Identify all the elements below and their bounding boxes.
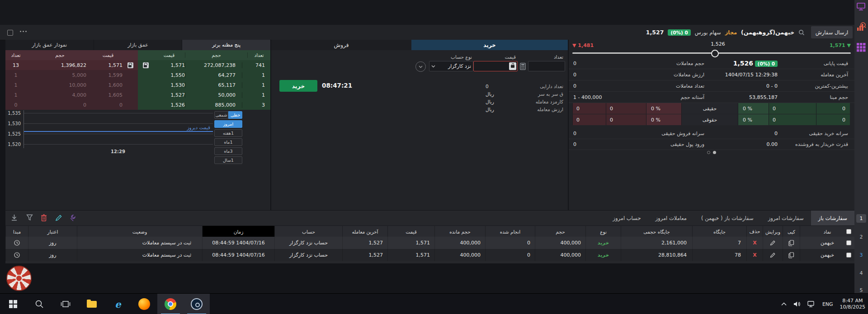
buy-price: 1,527 bbox=[153, 92, 185, 98]
orders-toolbar: سفارشات باز سفارشات امروز سفارشات باز ( … bbox=[5, 211, 854, 225]
filter-icon[interactable] bbox=[26, 214, 33, 221]
queue-position-cell: 7 bbox=[692, 237, 746, 249]
language-indicator[interactable]: ENG bbox=[822, 301, 833, 307]
page-3[interactable]: 3 bbox=[854, 252, 868, 258]
trash-icon[interactable] bbox=[41, 214, 47, 221]
edit-order-button[interactable] bbox=[763, 249, 783, 261]
money-inflow-value: 0 bbox=[569, 141, 645, 147]
expand-order-options-button[interactable] bbox=[415, 61, 426, 72]
range-1year-button[interactable]: 1سال bbox=[214, 156, 242, 164]
row-checkbox[interactable] bbox=[846, 253, 851, 258]
tab-sell[interactable]: فروش bbox=[271, 40, 411, 50]
status-cell: ثبت در سیستم معاملات bbox=[77, 237, 202, 249]
tab-buy[interactable]: خرید bbox=[411, 40, 568, 50]
internet-explorer-icon[interactable]: e bbox=[105, 294, 131, 314]
chrome-icon[interactable] bbox=[157, 294, 184, 314]
right-toolbar-strip: 1 2 3 4 5 bbox=[854, 0, 868, 293]
tab-today-account[interactable]: حساب امروز bbox=[605, 211, 648, 225]
money-inflow-label: ورود پول حقیقی bbox=[645, 141, 704, 147]
speaker-icon[interactable] bbox=[793, 301, 801, 307]
chart-search-icon[interactable] bbox=[856, 22, 866, 33]
delete-order-button[interactable]: X bbox=[746, 237, 763, 249]
task-view-icon[interactable] bbox=[52, 294, 79, 314]
yesterday-price-label: قیمت دیروز bbox=[187, 125, 210, 130]
last-trade-cell: 1,527 bbox=[342, 249, 387, 261]
tab-open-orders[interactable]: سفارشات باز bbox=[811, 211, 854, 225]
buy-price: 1,571 bbox=[153, 62, 185, 68]
page-5[interactable]: 5 bbox=[854, 287, 868, 293]
range-today-button[interactable]: امروز bbox=[214, 120, 242, 128]
done-cell: 0 bbox=[485, 237, 535, 249]
chart-style-candle-button[interactable]: شمعی bbox=[214, 111, 228, 119]
tab-top-five-quotes[interactable]: پنج مظنه برتر bbox=[182, 40, 270, 50]
sell-percapita-value: 0 bbox=[569, 131, 645, 136]
close-change-badge: 0 (0%) bbox=[755, 61, 778, 67]
trade-count-value: 0 bbox=[569, 83, 645, 89]
sell-lock-icon[interactable] bbox=[127, 62, 133, 68]
range-3month-button[interactable]: 3ماه bbox=[214, 147, 242, 155]
buy-lock-icon[interactable] bbox=[143, 62, 149, 68]
orderbook-row[interactable]: 13 1,396,822 1,571 1,571 272,087,238 741 bbox=[5, 60, 270, 70]
order-row[interactable]: روز ثبت در سیستم معاملات 08:44:59 1404/0… bbox=[5, 249, 854, 261]
taskbar-clock[interactable]: 8:47 AM 10/8/2025 bbox=[840, 298, 865, 311]
price-lock-icon[interactable] bbox=[509, 62, 516, 70]
symbol-bar[interactable]: خبهمن(گروهبهمن) مجاز سهام بورس 0 (0%) 1,… bbox=[646, 25, 805, 40]
chart-style-line-button[interactable]: خطی bbox=[228, 111, 242, 119]
start-button[interactable] bbox=[0, 294, 26, 314]
firefox-icon[interactable] bbox=[131, 294, 157, 314]
tab-market-depth[interactable]: عمق بازار bbox=[94, 40, 182, 50]
calculator-icon[interactable] bbox=[520, 63, 526, 70]
page-4[interactable]: 4 bbox=[854, 270, 868, 276]
stats-pager-dots[interactable] bbox=[569, 151, 854, 154]
row-checkbox[interactable] bbox=[846, 240, 851, 245]
page-2[interactable]: 2 bbox=[854, 234, 868, 240]
select-all-checkbox[interactable] bbox=[846, 229, 851, 234]
range-1month-button[interactable]: 1ماه bbox=[214, 138, 242, 146]
orderbook-row[interactable]: 0 0 0 1,526 885,000 3 bbox=[5, 100, 270, 110]
file-explorer-icon[interactable] bbox=[79, 294, 105, 314]
chart-plot-area[interactable]: قیمت دیروز bbox=[24, 110, 213, 148]
tray-chevron-up-icon[interactable] bbox=[781, 302, 787, 306]
sell-tab-label: فروش bbox=[334, 42, 349, 48]
price-cell: 1,571 bbox=[387, 249, 434, 261]
copy-order-button[interactable] bbox=[783, 249, 800, 261]
range-1week-button[interactable]: 1هفته bbox=[214, 129, 242, 137]
sorted-column-header[interactable]: زمان bbox=[202, 226, 274, 237]
tab-open-orders-symbol[interactable]: سفارشات باز ( خبهمن ) bbox=[694, 211, 761, 225]
delete-order-button[interactable]: X bbox=[746, 249, 763, 261]
orderbook-row[interactable]: 1 10,000 1,600 1,530 65,117 1 bbox=[5, 80, 270, 90]
edit-order-button[interactable] bbox=[763, 237, 783, 249]
sell-price: 1,571 bbox=[94, 62, 123, 68]
tab-today-orders[interactable]: سفارشات امروز bbox=[761, 211, 811, 225]
orderbook-row[interactable]: 1 5,000 1,599 1,550 64,277 1 bbox=[5, 70, 270, 80]
taskbar-search-icon[interactable] bbox=[26, 294, 52, 314]
download-icon[interactable] bbox=[11, 214, 18, 221]
grid-icon[interactable] bbox=[856, 42, 866, 52]
search-icon[interactable] bbox=[798, 29, 805, 36]
sell-count: 1 bbox=[5, 92, 26, 98]
price-slider-thumb[interactable] bbox=[711, 50, 719, 57]
last-trade-label: آخرین معامله bbox=[791, 72, 854, 78]
price-input[interactable] bbox=[473, 61, 518, 71]
tab-today-trades[interactable]: معاملات امروز bbox=[648, 211, 694, 225]
order-row[interactable]: روز ثبت در سیستم معاملات 08:44:59 1404/0… bbox=[5, 237, 854, 249]
network-icon[interactable] bbox=[807, 301, 816, 307]
buy-submit-button[interactable]: خرید bbox=[279, 80, 317, 92]
orderbook-row[interactable]: 1 4,000 1,605 1,527 50,000 1 bbox=[5, 90, 270, 100]
base-volume-label: حجم مبنا bbox=[791, 94, 854, 100]
symbol-change-badge: 0 (0%) bbox=[668, 29, 690, 36]
quantity-input[interactable] bbox=[528, 61, 565, 71]
send-order-tab[interactable]: ارسال سفارش bbox=[811, 26, 853, 38]
page-1[interactable]: 1 bbox=[856, 214, 866, 223]
account-type-select[interactable]: نزد کارگزار bbox=[429, 61, 473, 71]
panel-menu-icon[interactable] bbox=[7, 30, 13, 36]
high-low-label: بیشترین-کمترین bbox=[791, 83, 854, 89]
copy-order-button[interactable] bbox=[783, 237, 800, 249]
more-dots-icon[interactable] bbox=[20, 31, 27, 32]
trading-app-icon[interactable] bbox=[184, 294, 210, 314]
tab-depth-chart[interactable]: نمودار عمق بازار bbox=[5, 40, 94, 50]
wrench-icon[interactable] bbox=[69, 214, 76, 221]
pencil-icon[interactable] bbox=[55, 214, 62, 221]
sell-volume-header: حجم bbox=[26, 52, 94, 58]
monitor-icon[interactable] bbox=[856, 2, 866, 11]
